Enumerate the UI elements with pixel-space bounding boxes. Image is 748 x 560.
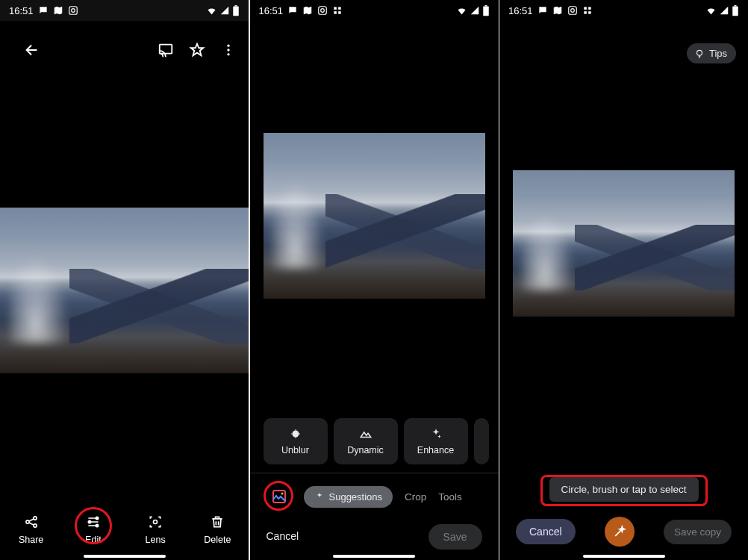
chat-icon — [38, 5, 49, 16]
battery-icon — [482, 5, 490, 16]
wifi-icon — [705, 5, 717, 16]
svg-rect-22 — [484, 5, 487, 7]
tab-suggestions[interactable]: Suggestions — [304, 486, 393, 508]
highlight-circle — [264, 481, 293, 511]
save-button[interactable]: Save — [428, 524, 482, 550]
wifi-icon — [206, 5, 217, 16]
lens-button[interactable]: Lens — [133, 514, 178, 545]
chip-label: Unblur — [281, 445, 309, 455]
svg-rect-3 — [235, 5, 237, 7]
svg-rect-4 — [160, 45, 172, 54]
status-time: 16:51 — [259, 5, 284, 16]
lens-icon — [147, 514, 163, 530]
nav-handle[interactable] — [84, 555, 166, 558]
svg-rect-26 — [568, 7, 576, 15]
svg-rect-20 — [338, 11, 341, 14]
svg-point-16 — [321, 9, 325, 13]
svg-rect-30 — [584, 11, 587, 14]
back-button[interactable] — [22, 40, 42, 60]
camera-icon — [68, 5, 78, 16]
svg-rect-17 — [334, 7, 337, 10]
svg-point-23 — [292, 431, 299, 438]
svg-rect-0 — [69, 7, 77, 15]
photo-content[interactable] — [0, 208, 249, 373]
photo-content[interactable] — [513, 170, 735, 317]
nav-handle[interactable] — [333, 555, 415, 558]
nav-handle[interactable] — [583, 555, 665, 558]
chip-unblur[interactable]: Unblur — [264, 418, 328, 464]
svg-point-34 — [696, 50, 702, 55]
cancel-button[interactable]: Cancel — [267, 530, 299, 542]
svg-point-7 — [227, 53, 229, 55]
share-label: Share — [19, 535, 43, 545]
chip-label: Enhance — [417, 445, 454, 455]
map-icon — [552, 5, 563, 16]
screen-edit: 16:51 Unblur Dynamic — [250, 0, 499, 560]
delete-button[interactable]: Delete — [195, 514, 240, 545]
chat-icon — [537, 5, 548, 16]
svg-rect-29 — [588, 7, 591, 10]
screen-magic-editor: 16:51 Tips Circle, brush or tap to selec… — [499, 0, 748, 560]
tips-button[interactable]: Tips — [687, 43, 736, 63]
status-bar: 16:51 — [250, 0, 499, 21]
chip-enhance[interactable]: Enhance — [404, 418, 468, 464]
save-copy-button[interactable]: Save copy — [664, 520, 732, 544]
suggestion-chips: Unblur Dynamic Enhance — [250, 418, 499, 464]
lens-label: Lens — [146, 535, 166, 545]
photo-content[interactable] — [264, 133, 485, 299]
signal-icon — [219, 5, 230, 16]
chat-icon — [287, 5, 298, 16]
delete-label: Delete — [204, 535, 231, 545]
camera-icon — [317, 5, 328, 16]
photo-top-bar — [0, 40, 249, 60]
wifi-icon — [456, 5, 467, 16]
cancel-button[interactable]: Cancel — [516, 519, 576, 544]
bottom-row: Cancel Save copy — [499, 517, 748, 547]
magic-editor-button[interactable] — [267, 484, 292, 509]
svg-rect-32 — [732, 6, 738, 16]
camera-icon — [567, 5, 578, 16]
cast-icon[interactable] — [156, 40, 175, 60]
more-icon[interactable] — [219, 40, 238, 60]
screen-photo-view: 16:51 Share — [0, 0, 249, 560]
svg-rect-31 — [588, 11, 591, 14]
battery-icon — [232, 5, 240, 16]
status-bar: 16:51 — [499, 0, 748, 21]
chip-dynamic[interactable]: Dynamic — [334, 418, 398, 464]
bottom-action-bar: Share Edit Lens Delete — [0, 514, 249, 545]
svg-rect-2 — [233, 6, 239, 16]
tab-tools[interactable]: Tools — [438, 491, 462, 503]
battery-icon — [732, 5, 739, 16]
status-bar: 16:51 — [0, 0, 249, 21]
svg-point-5 — [227, 45, 229, 47]
tips-label: Tips — [709, 48, 727, 59]
separator — [250, 473, 499, 473]
svg-point-1 — [71, 9, 75, 13]
chip-label: Dynamic — [347, 445, 384, 455]
share-button[interactable]: Share — [9, 514, 54, 545]
signal-icon — [470, 5, 480, 16]
edit-toolbar: Suggestions Crop Tools — [250, 484, 499, 509]
magic-wand-button[interactable] — [605, 517, 635, 547]
highlight-circle — [75, 507, 112, 544]
highlight-rect — [540, 475, 708, 506]
edit-button[interactable]: Edit — [71, 514, 116, 545]
svg-rect-28 — [584, 7, 587, 10]
enhance-icon — [429, 427, 443, 441]
star-icon[interactable] — [187, 40, 207, 60]
map-icon — [53, 5, 63, 16]
tab-crop[interactable]: Crop — [405, 491, 426, 503]
svg-point-27 — [570, 9, 574, 13]
share-icon — [23, 514, 40, 530]
signal-icon — [719, 5, 729, 16]
svg-rect-21 — [483, 6, 489, 16]
svg-point-6 — [227, 49, 229, 51]
svg-rect-18 — [338, 7, 341, 10]
status-time: 16:51 — [9, 5, 34, 16]
svg-rect-15 — [319, 7, 327, 15]
chip-more[interactable] — [474, 418, 489, 464]
svg-point-14 — [154, 520, 158, 524]
apps-icon — [582, 5, 593, 16]
unblur-icon — [289, 427, 302, 441]
map-icon — [302, 5, 313, 16]
